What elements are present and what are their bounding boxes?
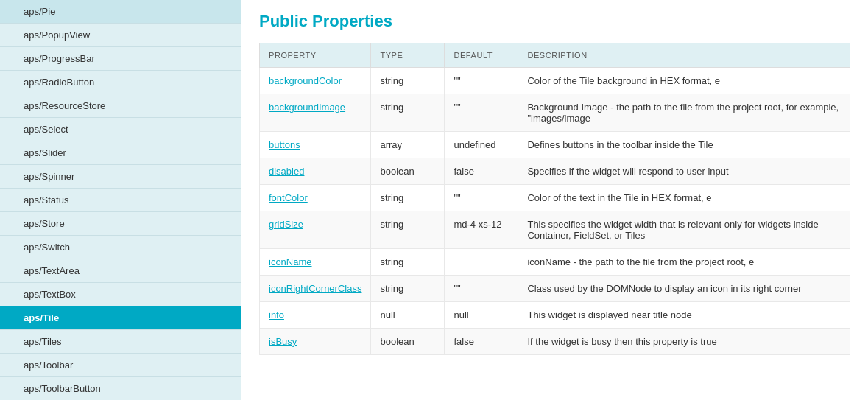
type-cell: string — [371, 249, 445, 276]
sidebar-item-aps-Pie[interactable]: aps/Pie — [0, 0, 241, 24]
col-header-property: PROPERTY — [260, 43, 371, 68]
property-cell: info — [260, 302, 371, 329]
table-row: fontColorstring""Color of the text in th… — [260, 185, 850, 211]
table-row: disabledbooleanfalseSpecifies if the wid… — [260, 158, 850, 185]
description-cell: Specifies if the widget will respond to … — [518, 158, 850, 185]
sidebar-item-aps-PopupView[interactable]: aps/PopupView — [0, 24, 241, 47]
page-title: Public Properties — [259, 12, 850, 31]
description-cell: This specifies the widget width that is … — [518, 211, 850, 249]
description-cell: Color of the Tile background in HEX form… — [518, 68, 850, 94]
table-row: infonullnullThis widget is displayed nea… — [260, 302, 850, 329]
property-link[interactable]: isBusy — [269, 336, 297, 347]
description-cell: This widget is displayed near title node — [518, 302, 850, 329]
type-cell: boolean — [371, 158, 445, 185]
property-link[interactable]: backgroundColor — [269, 75, 342, 86]
sidebar-item-aps-ToolbarButton[interactable]: aps/ToolbarButton — [0, 377, 241, 400]
col-header-type: TYPE — [371, 43, 445, 68]
type-cell: boolean — [371, 329, 445, 355]
description-cell: Background Image - the path to the file … — [518, 94, 850, 132]
col-header-default: DEFAULT — [445, 43, 518, 68]
table-row: iconRightCornerClassstring""Class used b… — [260, 276, 850, 302]
default-cell: md-4 xs-12 — [445, 211, 518, 249]
description-cell: Defines buttons in the toolbar inside th… — [518, 132, 850, 158]
main-content: Public Properties PROPERTY TYPE DEFAULT … — [241, 0, 868, 400]
property-link[interactable]: info — [269, 309, 284, 320]
default-cell: false — [445, 329, 518, 355]
table-row: iconNamestringiconName - the path to the… — [260, 249, 850, 276]
property-cell: iconRightCornerClass — [260, 276, 371, 302]
col-header-description: DESCRIPTION — [518, 43, 850, 68]
properties-table: PROPERTY TYPE DEFAULT DESCRIPTION backgr… — [259, 43, 850, 355]
property-cell: isBusy — [260, 329, 371, 355]
property-cell: gridSize — [260, 211, 371, 249]
default-cell: null — [445, 302, 518, 329]
table-row: gridSizestringmd-4 xs-12This specifies t… — [260, 211, 850, 249]
sidebar: aps/Pieaps/PopupViewaps/ProgressBaraps/R… — [0, 0, 241, 400]
property-link[interactable]: backgroundImage — [269, 102, 345, 113]
default-cell — [445, 249, 518, 276]
property-link[interactable]: buttons — [269, 139, 300, 150]
sidebar-item-aps-Tiles[interactable]: aps/Tiles — [0, 330, 241, 354]
sidebar-item-aps-Select[interactable]: aps/Select — [0, 118, 241, 141]
type-cell: string — [371, 94, 445, 132]
sidebar-item-aps-Status[interactable]: aps/Status — [0, 189, 241, 212]
type-cell: string — [371, 276, 445, 302]
sidebar-item-aps-TextBox[interactable]: aps/TextBox — [0, 283, 241, 306]
description-cell: If the widget is busy then this property… — [518, 329, 850, 355]
table-row: backgroundImagestring""Background Image … — [260, 94, 850, 132]
sidebar-item-aps-Spinner[interactable]: aps/Spinner — [0, 165, 241, 189]
property-link[interactable]: iconName — [269, 256, 312, 267]
property-cell: backgroundColor — [260, 68, 371, 94]
description-cell: Class used by the DOMNode to display an … — [518, 276, 850, 302]
default-cell: undefined — [445, 132, 518, 158]
default-cell: "" — [445, 68, 518, 94]
type-cell: string — [371, 68, 445, 94]
type-cell: string — [371, 211, 445, 249]
property-link[interactable]: gridSize — [269, 219, 303, 230]
description-cell: iconName - the path to the file from the… — [518, 249, 850, 276]
property-link[interactable]: fontColor — [269, 192, 308, 203]
default-cell: false — [445, 158, 518, 185]
property-link[interactable]: iconRightCornerClass — [269, 283, 361, 294]
type-cell: string — [371, 185, 445, 211]
property-cell: backgroundImage — [260, 94, 371, 132]
sidebar-item-aps-ResourceStore[interactable]: aps/ResourceStore — [0, 94, 241, 118]
property-cell: iconName — [260, 249, 371, 276]
table-row: backgroundColorstring""Color of the Tile… — [260, 68, 850, 94]
property-link[interactable]: disabled — [269, 166, 304, 177]
default-cell: "" — [445, 276, 518, 302]
sidebar-item-aps-Slider[interactable]: aps/Slider — [0, 141, 241, 165]
sidebar-item-aps-Store[interactable]: aps/Store — [0, 212, 241, 236]
property-cell: disabled — [260, 158, 371, 185]
sidebar-item-aps-Switch[interactable]: aps/Switch — [0, 236, 241, 259]
table-header-row: PROPERTY TYPE DEFAULT DESCRIPTION — [260, 43, 850, 68]
sidebar-item-aps-ProgressBar[interactable]: aps/ProgressBar — [0, 47, 241, 71]
description-cell: Color of the text in the Tile in HEX for… — [518, 185, 850, 211]
sidebar-item-aps-RadioButton[interactable]: aps/RadioButton — [0, 71, 241, 94]
sidebar-item-aps-TextArea[interactable]: aps/TextArea — [0, 259, 241, 283]
property-cell: fontColor — [260, 185, 371, 211]
table-row: isBusybooleanfalseIf the widget is busy … — [260, 329, 850, 355]
default-cell: "" — [445, 185, 518, 211]
sidebar-item-aps-Toolbar[interactable]: aps/Toolbar — [0, 354, 241, 377]
type-cell: array — [371, 132, 445, 158]
table-row: buttonsarrayundefinedDefines buttons in … — [260, 132, 850, 158]
type-cell: null — [371, 302, 445, 329]
property-cell: buttons — [260, 132, 371, 158]
default-cell: "" — [445, 94, 518, 132]
sidebar-item-aps-Tile[interactable]: aps/Tile — [0, 306, 241, 330]
